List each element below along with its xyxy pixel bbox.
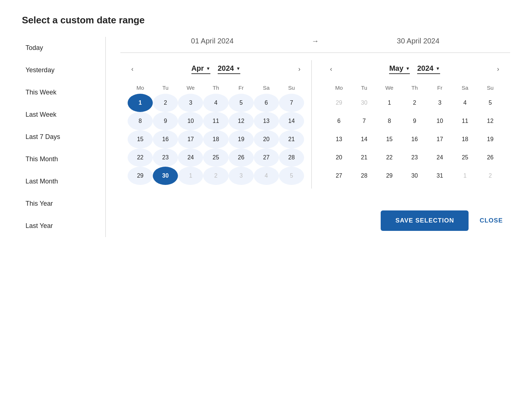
calendar-day[interactable]: 16 <box>153 130 178 148</box>
left-cal-month-dropdown[interactable]: Apr▼ <box>191 64 210 74</box>
left-cal-next-btn[interactable]: › <box>295 64 304 74</box>
calendar-day[interactable]: 3 <box>427 94 453 112</box>
calendar-day[interactable]: 11 <box>453 112 478 130</box>
right-cal-year-dropdown[interactable]: 2024▼ <box>417 64 440 74</box>
calendar-day[interactable]: 9 <box>153 112 178 130</box>
calendar-day[interactable]: 21 <box>279 130 304 148</box>
calendar-day[interactable]: 2 <box>153 94 178 112</box>
calendar-day[interactable]: 23 <box>402 148 427 167</box>
calendar-day[interactable]: 19 <box>478 130 503 148</box>
calendar-day[interactable]: 15 <box>128 130 153 148</box>
calendar-day[interactable]: 16 <box>402 130 427 148</box>
calendar-day[interactable]: 28 <box>279 148 304 167</box>
sidebar-item-last-7-days[interactable]: Last 7 Days <box>22 126 98 148</box>
left-cal-prev-btn[interactable]: ‹ <box>128 64 137 74</box>
calendar-day[interactable]: 27 <box>326 167 352 185</box>
right-cal-month-dropdown[interactable]: May▼ <box>389 64 410 74</box>
calendar-day[interactable]: 2 <box>402 94 427 112</box>
calendar-day: 4 <box>254 167 279 185</box>
left-cal-day-header: Th <box>203 82 228 94</box>
right-cal-next-btn[interactable]: › <box>493 64 503 74</box>
left-cal-grid: MoTuWeThFrSaSu12345678910111213141516171… <box>128 82 304 185</box>
calendar-day[interactable]: 14 <box>279 112 304 130</box>
left-cal-day-header: Sa <box>254 82 279 94</box>
save-selection-button[interactable]: SAVE SELECTION <box>381 210 469 231</box>
main-layout: TodayYesterdayThis WeekLast WeekLast 7 D… <box>22 37 510 237</box>
calendar-day[interactable]: 20 <box>326 148 352 167</box>
calendar-day[interactable]: 8 <box>128 112 153 130</box>
calendar-day[interactable]: 24 <box>178 148 203 167</box>
sidebar-item-this-week[interactable]: This Week <box>22 81 98 104</box>
calendar-day[interactable]: 21 <box>352 148 377 167</box>
calendar-day[interactable]: 12 <box>229 112 254 130</box>
calendar-day[interactable]: 1 <box>377 94 402 112</box>
calendar-day[interactable]: 23 <box>153 148 178 167</box>
calendar-day[interactable]: 31 <box>427 167 453 185</box>
calendar-day[interactable]: 18 <box>453 130 478 148</box>
right-cal-day-header: Th <box>402 82 427 94</box>
right-cal-day-header: Sa <box>453 82 478 94</box>
left-calendar: ‹Apr▼2024▼›MoTuWeThFrSaSu123456789101112… <box>120 60 311 189</box>
calendar-day[interactable]: 4 <box>453 94 478 112</box>
calendar-day[interactable]: 15 <box>377 130 402 148</box>
calendar-day: 2 <box>203 167 228 185</box>
sidebar-item-this-month[interactable]: This Month <box>22 148 98 170</box>
calendar-day[interactable]: 22 <box>128 148 153 167</box>
calendar-day[interactable]: 24 <box>427 148 453 167</box>
calendar-day[interactable]: 29 <box>128 167 153 185</box>
calendars-row: ‹Apr▼2024▼›MoTuWeThFrSaSu123456789101112… <box>120 60 510 189</box>
calendar-day[interactable]: 30 <box>153 167 178 185</box>
left-cal-year-dropdown[interactable]: 2024▼ <box>218 64 240 74</box>
calendar-day[interactable]: 10 <box>427 112 453 130</box>
calendar-day[interactable]: 20 <box>254 130 279 148</box>
close-button[interactable]: CLOSE <box>479 217 503 224</box>
bottom-bar: SAVE SELECTION CLOSE <box>120 210 510 231</box>
calendar-day[interactable]: 18 <box>203 130 228 148</box>
calendar-day[interactable]: 26 <box>229 148 254 167</box>
left-cal-day-header: Fr <box>229 82 254 94</box>
sidebar-item-today[interactable]: Today <box>22 37 98 59</box>
calendar-day[interactable]: 28 <box>352 167 377 185</box>
calendar-day[interactable]: 13 <box>326 130 352 148</box>
calendar-day[interactable]: 5 <box>478 94 503 112</box>
calendar-day[interactable]: 17 <box>427 130 453 148</box>
sidebar-item-yesterday[interactable]: Yesterday <box>22 59 98 81</box>
calendar-day[interactable]: 17 <box>178 130 203 148</box>
calendar-day[interactable]: 27 <box>254 148 279 167</box>
calendar-day[interactable]: 8 <box>377 112 402 130</box>
calendar-day[interactable]: 19 <box>229 130 254 148</box>
end-date-display: 30 April 2024 <box>326 37 510 45</box>
calendar-day[interactable]: 4 <box>203 94 228 112</box>
calendar-day[interactable]: 22 <box>377 148 402 167</box>
calendar-day[interactable]: 14 <box>352 130 377 148</box>
calendar-day: 3 <box>229 167 254 185</box>
right-cal-prev-btn[interactable]: ‹ <box>326 64 336 74</box>
right-cal-day-header: We <box>377 82 402 94</box>
calendar-day[interactable]: 26 <box>478 148 503 167</box>
calendar-day[interactable]: 10 <box>178 112 203 130</box>
calendar-day[interactable]: 6 <box>254 94 279 112</box>
right-cal-day-header: Mo <box>326 82 352 94</box>
calendar-day[interactable]: 25 <box>453 148 478 167</box>
calendar-day[interactable]: 7 <box>279 94 304 112</box>
calendar-day[interactable]: 1 <box>128 94 153 112</box>
calendar-day[interactable]: 6 <box>326 112 352 130</box>
sidebar-item-last-week[interactable]: Last Week <box>22 104 98 126</box>
sidebar-item-last-month[interactable]: Last Month <box>22 170 98 193</box>
date-header: 01 April 2024 → 30 April 2024 <box>120 37 510 53</box>
calendar-day[interactable]: 30 <box>402 167 427 185</box>
calendar-day[interactable]: 11 <box>203 112 228 130</box>
calendar-day: 5 <box>279 167 304 185</box>
calendar-day[interactable]: 12 <box>478 112 503 130</box>
calendar-day[interactable]: 7 <box>352 112 377 130</box>
sidebar-item-this-year[interactable]: This Year <box>22 193 98 215</box>
calendar-day[interactable]: 5 <box>229 94 254 112</box>
calendar-day[interactable]: 13 <box>254 112 279 130</box>
calendar-day[interactable]: 25 <box>203 148 228 167</box>
calendar-day[interactable]: 29 <box>377 167 402 185</box>
sidebar-item-last-year[interactable]: Last Year <box>22 215 98 237</box>
left-cal-day-header: Mo <box>128 82 153 94</box>
calendar-day[interactable]: 3 <box>178 94 203 112</box>
calendar-day[interactable]: 9 <box>402 112 427 130</box>
calendar-day: 2 <box>478 167 503 185</box>
